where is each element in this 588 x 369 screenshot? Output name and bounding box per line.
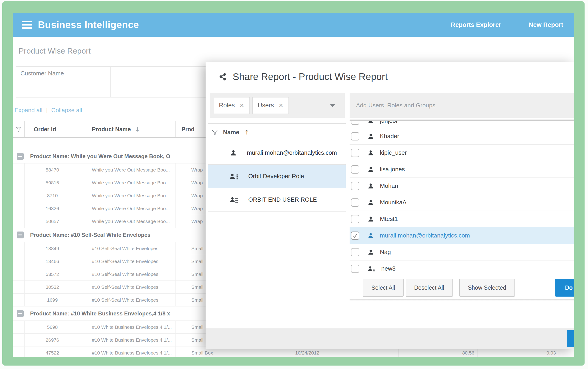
user-icon (368, 232, 374, 239)
nav-new-report[interactable]: New Report (529, 21, 563, 29)
top-bar: Business Intelligence Reports Explorer N… (13, 13, 574, 37)
select-all-button[interactable]: Select All (363, 279, 403, 297)
page-title: Product Wise Report (19, 46, 91, 55)
sort-asc-icon[interactable]: ↑ (244, 129, 249, 136)
checkbox[interactable] (351, 265, 359, 273)
link-separator: | (46, 107, 48, 114)
list-item[interactable]: Mohan (350, 178, 574, 194)
shared-item-user[interactable]: murali.mohan@orbitanalytics.com (208, 141, 346, 165)
user-select-panel: junjoor Khader kipic_user lisa.jones (350, 118, 574, 277)
tag-users[interactable]: Users ✕ (252, 97, 289, 114)
collapse-group-icon[interactable] (17, 153, 24, 160)
column-header-product-name[interactable]: Product Name ↓ (80, 121, 176, 137)
checkbox[interactable] (351, 215, 359, 223)
shared-names-panel: Name ↑ murali.mohan@orbitanalytics.com O… (208, 123, 346, 212)
expand-all-link[interactable]: Expand all (14, 107, 42, 114)
list-item[interactable]: lisa.jones (350, 161, 574, 178)
share-report-modal: Share Report - Product Wise Report Roles… (206, 62, 574, 349)
sort-desc-icon[interactable]: ↓ (135, 126, 140, 133)
modal-footer (206, 328, 574, 349)
footer-primary-button[interactable] (567, 330, 574, 347)
list-item-checked[interactable]: murali.mohan@orbitanalytics.com (350, 227, 574, 244)
hamburger-menu-icon[interactable] (22, 21, 32, 29)
screenshot-canvas: Business Intelligence Reports Explorer N… (0, 0, 588, 369)
checkbox[interactable] (351, 165, 359, 174)
add-users-search-input[interactable] (356, 102, 562, 109)
remove-users-tag-icon[interactable]: ✕ (278, 102, 284, 109)
checkbox[interactable] (351, 198, 359, 207)
list-item[interactable]: new3 (350, 260, 574, 277)
user-icon (368, 166, 374, 173)
user-icon (230, 149, 237, 156)
customer-name-filter[interactable]: Customer Name (16, 66, 111, 97)
list-item[interactable]: Mtest1 (350, 211, 574, 227)
remove-roles-tag-icon[interactable]: ✕ (239, 102, 244, 109)
filter-funnel-icon[interactable] (13, 121, 25, 137)
deselect-all-button[interactable]: Deselect All (406, 279, 453, 297)
expand-collapse-links: Expand all | Collapse all (14, 107, 82, 114)
done-button[interactable]: Do (555, 279, 574, 297)
list-item[interactable]: Nag (350, 244, 574, 260)
list-item[interactable]: MounikaA (350, 194, 574, 211)
chevron-down-icon[interactable] (330, 104, 335, 107)
collapse-group-icon[interactable] (17, 310, 24, 317)
user-icon (368, 216, 374, 222)
checkbox-checked[interactable] (351, 232, 359, 240)
top-nav: Reports Explorer New Report (451, 21, 574, 29)
customer-name-label: Customer Name (20, 70, 64, 77)
user-icon (368, 121, 374, 124)
user-icon (368, 183, 374, 189)
collapse-all-link[interactable]: Collapse all (51, 107, 82, 114)
share-icon (219, 73, 227, 81)
user-icon (368, 199, 374, 206)
checkbox[interactable] (351, 149, 359, 157)
checkbox[interactable] (351, 248, 359, 256)
user-icon (368, 150, 374, 156)
share-type-tags-bar[interactable]: Roles ✕ Users ✕ (210, 93, 345, 118)
panel-bottom-shadow (350, 299, 574, 301)
user-role-icon (230, 173, 238, 180)
shared-item-role-selected[interactable]: Orbit Developer Role (208, 165, 346, 188)
checkbox[interactable] (351, 121, 359, 125)
checkbox[interactable] (351, 132, 359, 141)
add-users-search (350, 93, 574, 118)
show-selected-button[interactable]: Show Selected (459, 279, 515, 297)
column-header-order-id[interactable]: Order Id (25, 121, 80, 137)
user-icon (368, 249, 374, 256)
list-item-partial[interactable]: junjoor (350, 121, 574, 128)
list-item[interactable]: Khader (350, 128, 574, 145)
name-column-header[interactable]: Name ↑ (208, 124, 346, 141)
filter-funnel-icon[interactable] (212, 129, 218, 136)
user-role-icon (230, 196, 238, 203)
tag-roles[interactable]: Roles ✕ (214, 97, 250, 114)
app-title: Business Intelligence (38, 19, 139, 30)
user-icon (368, 133, 374, 140)
nav-reports-explorer[interactable]: Reports Explorer (451, 21, 501, 29)
shared-item-role[interactable]: ORBIT END USER ROLE (208, 188, 346, 212)
user-group-icon (368, 266, 375, 272)
list-item[interactable]: kipic_user (350, 145, 574, 161)
checkbox[interactable] (351, 182, 359, 190)
scrollbar[interactable] (350, 120, 574, 121)
collapse-group-icon[interactable] (17, 232, 24, 238)
modal-title-row: Share Report - Product Wise Report (219, 71, 388, 82)
modal-title: Share Report - Product Wise Report (233, 71, 388, 82)
